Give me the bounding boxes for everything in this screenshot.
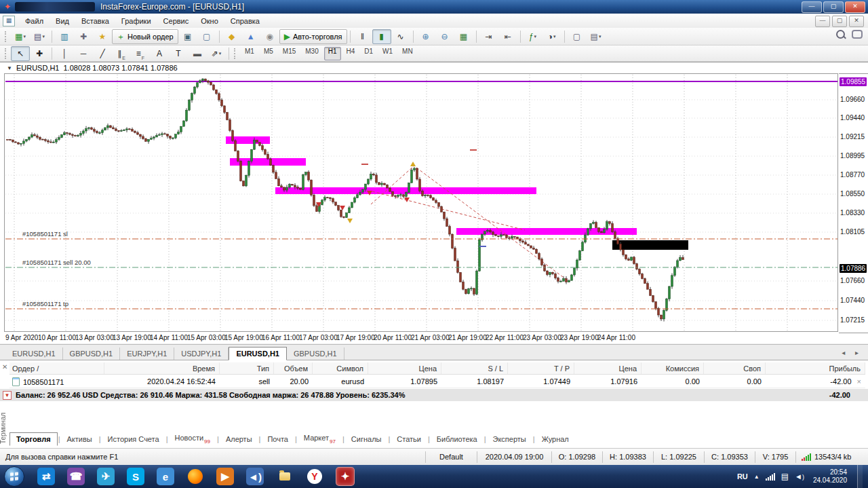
templates-button[interactable]: ▤▾ [587, 29, 606, 44]
terminal-tab-Активы[interactable]: Активы [61, 433, 98, 445]
tile-windows-button[interactable]: ▦ [454, 29, 473, 44]
bar-chart-button[interactable]: ‖ [353, 29, 372, 44]
tray-clock[interactable]: 20:54 24.04.2020 [813, 468, 847, 485]
data-window-button[interactable]: ✚ [74, 29, 93, 44]
column-header[interactable]: Своп [704, 362, 766, 374]
taskbar-media-icon[interactable]: ▶ [216, 468, 234, 485]
taskbar-skype-icon[interactable]: S [127, 468, 144, 485]
terminal-tab-Новости[interactable]: Новости99 [169, 432, 217, 447]
timeframe-button-MN[interactable]: MN [398, 47, 417, 60]
shapes-button[interactable]: ▬ [188, 46, 207, 61]
channel-button[interactable]: ∥E [112, 46, 131, 61]
strategy-tester-button[interactable]: ▢ [197, 29, 216, 44]
new-window-button[interactable]: ▢ [568, 29, 587, 44]
column-header[interactable]: Цена [368, 362, 441, 374]
periods-button[interactable]: ◑▾ [542, 29, 561, 44]
terminal-tab-Алерты[interactable]: Алерты [220, 433, 258, 445]
price-chart[interactable] [5, 74, 837, 331]
profiles-button[interactable]: ▤▾ [30, 29, 49, 44]
signals-button[interactable]: ◉ [260, 29, 279, 44]
metaeditor-button[interactable]: ◆ [222, 29, 241, 44]
chart-tab-EURJPY,H1[interactable]: EURJPY,H1 [120, 348, 174, 360]
chart-restore-button[interactable]: ▢ [832, 16, 847, 27]
restore-button[interactable]: ▢ [823, 1, 844, 13]
column-header[interactable]: Цена [574, 362, 642, 374]
column-header[interactable]: Символ [313, 362, 368, 374]
timeframe-button-W1[interactable]: W1 [378, 47, 397, 60]
chart-tab-EURUSD,H1[interactable]: EURUSD,H1 [229, 347, 287, 360]
tab-scroll-arrows[interactable]: ◂ ▸ [842, 349, 863, 356]
menu-item-Графики[interactable]: Графики [115, 15, 157, 27]
menu-item-Вид[interactable]: Вид [50, 15, 75, 27]
symbol-dropdown-icon[interactable]: ▼ [7, 65, 12, 71]
start-button[interactable] [4, 466, 24, 487]
zoom-out-button[interactable]: ⊖ [435, 29, 454, 44]
timeframe-button-D1[interactable]: D1 [360, 47, 377, 60]
order-row[interactable]: 10585011712020.04.24 16:52:44sell20.00eu… [9, 375, 865, 388]
arrows-button[interactable]: ⇗▾ [207, 46, 226, 61]
menu-item-Справка[interactable]: Справка [224, 15, 266, 27]
timeframe-button-M1[interactable]: M1 [241, 47, 258, 60]
column-header[interactable]: Объем [274, 362, 313, 374]
timeframe-button-H4[interactable]: H4 [342, 47, 359, 60]
terminal-tab-Эксперты[interactable]: Эксперты [487, 433, 532, 445]
minimize-button[interactable]: — [802, 1, 822, 13]
column-header[interactable]: T / P [508, 362, 574, 374]
taskbar-firefox-icon[interactable] [185, 466, 205, 487]
horizontal-line-button[interactable]: ─ [74, 46, 93, 61]
candle-chart-button[interactable]: ▮ [372, 29, 391, 44]
new-chart-button[interactable]: ▦▾ [11, 29, 30, 44]
timeframe-button-H1[interactable]: H1 [324, 47, 341, 60]
fibonacci-button[interactable]: ≡F [131, 46, 150, 61]
tray-network-icon[interactable] [766, 473, 775, 481]
price-axis[interactable]: 1.098551.096601.094401.092151.089951.087… [839, 73, 868, 333]
menu-item-Вставка[interactable]: Вставка [75, 15, 115, 27]
vertical-line-button[interactable]: │ [55, 46, 74, 61]
taskbar-metatrader-icon[interactable]: ✦ [336, 467, 355, 486]
tray-action-center-icon[interactable]: ▤ [781, 472, 789, 481]
search-icon[interactable] [836, 30, 845, 39]
show-desktop-button[interactable] [857, 465, 863, 488]
column-header[interactable]: Тип [220, 362, 274, 374]
chart-child-icon[interactable]: ▦ [3, 16, 15, 26]
column-header[interactable]: Время [104, 362, 220, 374]
shift-chart-button[interactable]: ⇥ [479, 29, 498, 44]
taskbar-viber-icon[interactable]: ☎ [67, 468, 85, 485]
autoscroll-button[interactable]: ⇤ [498, 29, 517, 44]
tray-expand-icon[interactable]: ▲ [754, 474, 760, 480]
terminal-tab-Маркет[interactable]: Маркет97 [298, 432, 342, 447]
tray-language[interactable]: RU [737, 472, 748, 481]
chart-plot-area[interactable] [4, 73, 838, 332]
line-chart-button[interactable]: ∿ [391, 29, 410, 44]
column-header[interactable]: Комиссия [642, 362, 704, 374]
terminal-tab-Библиотека[interactable]: Библиотека [431, 433, 484, 445]
navigator-button[interactable]: ★ [93, 29, 112, 44]
terminal-tab-Почта[interactable]: Почта [261, 433, 294, 445]
column-header[interactable]: Прибыль [766, 362, 865, 374]
indicators-button[interactable]: ƒ▾ [524, 29, 542, 44]
autotrade-button[interactable]: ▶Авто-торговля [279, 29, 347, 44]
publish-button[interactable]: ▲ [241, 29, 260, 44]
zoom-in-button[interactable]: ⊕ [416, 29, 435, 44]
chart-close-button[interactable]: ✕ [849, 16, 864, 27]
menu-item-Сервис[interactable]: Сервис [157, 15, 195, 27]
timeframe-button-M5[interactable]: M5 [260, 47, 277, 60]
text-button[interactable]: A [150, 46, 169, 61]
chart-tab-USDJPY,H1[interactable]: USDJPY,H1 [174, 348, 229, 360]
column-header[interactable]: Ордер / [9, 362, 104, 374]
terminal-close-icon[interactable]: ✕ [2, 363, 7, 371]
menu-item-Окно[interactable]: Окно [195, 15, 224, 27]
taskbar-teamviewer-icon[interactable]: ⇄ [37, 468, 55, 485]
taskbar-yandex-icon[interactable]: Y [304, 466, 325, 487]
chat-icon[interactable] [852, 30, 863, 39]
market-watch-button[interactable]: ▥ [55, 29, 74, 44]
terminal-button[interactable]: ▣ [178, 29, 197, 44]
date-axis[interactable]: 9 Apr 202010 Apr 11:0013 Apr 03:0013 Apr… [4, 333, 839, 343]
orders-table-header[interactable]: Ордер /ВремяТипОбъемСимволЦенаS / LT / P… [9, 362, 865, 375]
terminal-tab-История Счета[interactable]: История Счета [102, 433, 165, 445]
trendline-button[interactable]: ╱ [93, 46, 112, 61]
crosshair-button[interactable]: ✚ [30, 46, 49, 61]
taskbar-ie-icon[interactable]: e [157, 468, 174, 485]
chart-tab-GBPUSD,H1[interactable]: GBPUSD,H1 [63, 348, 121, 360]
timeframe-button-M15[interactable]: M15 [279, 47, 300, 60]
